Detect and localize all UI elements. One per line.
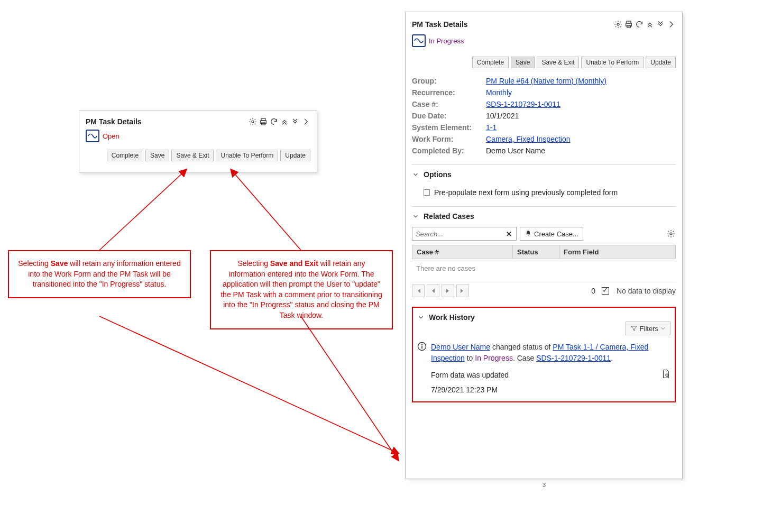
group-label: Group: (412, 77, 486, 85)
search-input-wrap[interactable]: ✕ (412, 227, 517, 241)
options-title: Options (424, 170, 452, 179)
create-case-label: Create Case... (534, 230, 578, 238)
unable-to-perform-button[interactable]: Unable To Perform (216, 150, 278, 161)
group-link[interactable]: PM Rule #64 (Native form) (Monthly) (486, 77, 606, 85)
work-history-text: Demo User Name changed status of PM Task… (431, 342, 670, 364)
case-number-link[interactable]: SDS-1-210729-1-0011 (486, 100, 560, 108)
action-button-row: Complete Save Save & Exit Unable To Perf… (86, 150, 310, 161)
page-count: 0 (591, 287, 595, 295)
options-header[interactable]: Options (412, 170, 676, 179)
prepopulate-label: Pre-populate next form using previously … (434, 188, 618, 197)
chevron-down-icon (417, 314, 425, 321)
related-cases-toolbar: ✕ Create Case... (412, 227, 676, 241)
wh-status: In Progress (475, 354, 513, 362)
work-history-timestamp: 7/29/2021 12:23 PM (431, 386, 670, 394)
options-section: Options Pre-populate next form using pre… (412, 164, 676, 197)
system-element-link[interactable]: 1-1 (486, 123, 497, 132)
save-button[interactable]: Save (145, 150, 169, 161)
work-history-header[interactable]: Work History (417, 313, 670, 322)
column-case-number[interactable]: Case # (412, 245, 513, 259)
status-row: In Progress (412, 34, 676, 47)
first-page-button[interactable] (412, 285, 425, 297)
user-link[interactable]: Demo User Name (431, 343, 490, 351)
filter-icon (630, 325, 638, 332)
filters-button[interactable]: Filters (626, 322, 670, 335)
svg-line-4 (99, 170, 186, 250)
svg-point-12 (670, 233, 672, 235)
gear-icon[interactable] (666, 229, 676, 239)
related-cases-header[interactable]: Related Cases (412, 212, 676, 221)
column-form-field[interactable]: Form Field (559, 245, 675, 259)
prev-page-button[interactable] (427, 285, 439, 297)
callout-bold: Save and Exit (270, 259, 318, 268)
update-button[interactable]: Update (280, 150, 310, 161)
panel-header: PM Task Details (86, 117, 310, 126)
unable-to-perform-button[interactable]: Unable To Perform (581, 57, 644, 68)
system-element-label: System Element: (412, 123, 486, 132)
collapse-up-icon[interactable] (645, 20, 655, 29)
gear-icon[interactable] (248, 117, 258, 126)
chevron-down-icon (412, 213, 419, 220)
panel-title: PM Task Details (86, 117, 142, 126)
due-date-label: Due Date: (412, 112, 486, 120)
expand-down-icon[interactable] (290, 117, 300, 126)
header-toolbar (248, 117, 310, 126)
chevron-right-icon[interactable] (301, 117, 310, 126)
bell-icon (525, 230, 532, 237)
pager-row: 0 No data to display (412, 282, 676, 299)
document-icon[interactable] (661, 369, 670, 380)
clear-search-icon[interactable]: ✕ (505, 230, 513, 238)
svg-point-8 (617, 23, 619, 25)
save-button[interactable]: Save (511, 57, 535, 68)
callout-bold: Save (51, 259, 68, 268)
header-toolbar (613, 20, 676, 29)
pm-task-panel-large: PM Task Details In Progress Complete Sav… (405, 12, 683, 479)
panel-title: PM Task Details (412, 20, 468, 29)
recurrence-value: Monthly (486, 88, 676, 97)
chevron-down-icon (412, 171, 419, 178)
expand-down-icon[interactable] (656, 20, 665, 29)
save-and-exit-button[interactable]: Save & Exit (171, 150, 214, 161)
caret-down-icon (660, 326, 666, 331)
callout-text: Selecting (237, 259, 270, 268)
gear-icon[interactable] (613, 20, 623, 29)
chevron-right-icon[interactable] (666, 20, 676, 29)
work-history-section: Work History Filters Demo User Name chan… (412, 307, 676, 402)
completed-by-label: Completed By: (412, 146, 486, 155)
collapse-up-icon[interactable] (280, 117, 289, 126)
no-cases-message: There are no cases (412, 259, 676, 278)
last-page-button[interactable] (456, 285, 469, 297)
recurrence-label: Recurrence: (412, 88, 486, 97)
related-cases-section: Related Cases ✕ Create Case... Case # St… (412, 206, 676, 299)
status-icon (86, 130, 99, 142)
due-date-value: 10/1/2021 (486, 112, 676, 120)
complete-button[interactable]: Complete (107, 150, 143, 161)
svg-line-7 (301, 316, 398, 460)
update-button[interactable]: Update (646, 57, 676, 68)
complete-button[interactable]: Complete (472, 57, 509, 68)
svg-line-5 (231, 170, 301, 250)
column-status[interactable]: Status (513, 245, 559, 259)
search-input[interactable] (416, 230, 505, 238)
refresh-checkbox-icon[interactable] (602, 287, 609, 295)
info-icon (417, 342, 427, 351)
svg-point-16 (666, 374, 668, 377)
refresh-icon[interactable] (635, 20, 644, 29)
svg-point-14 (421, 344, 422, 345)
next-page-button[interactable] (442, 285, 454, 297)
callout-text: will retain any information entered into… (220, 259, 382, 319)
prepopulate-row[interactable]: Pre-populate next form using previously … (424, 188, 676, 197)
completed-by-value: Demo User Name (486, 146, 676, 155)
work-history-entry: Demo User Name changed status of PM Task… (417, 342, 670, 364)
save-and-exit-button[interactable]: Save & Exit (537, 57, 579, 68)
svg-rect-15 (421, 346, 422, 349)
work-history-subtext: Form data was updated (431, 369, 670, 380)
refresh-icon[interactable] (269, 117, 279, 126)
print-icon[interactable] (259, 117, 268, 126)
print-icon[interactable] (624, 20, 633, 29)
create-case-button[interactable]: Create Case... (520, 227, 583, 241)
work-form-link[interactable]: Camera, Fixed Inspection (486, 135, 571, 143)
prepopulate-checkbox[interactable] (424, 189, 430, 196)
svg-line-6 (99, 316, 398, 453)
wh-case-link[interactable]: SDS-1-210729-1-0011 (536, 354, 611, 362)
